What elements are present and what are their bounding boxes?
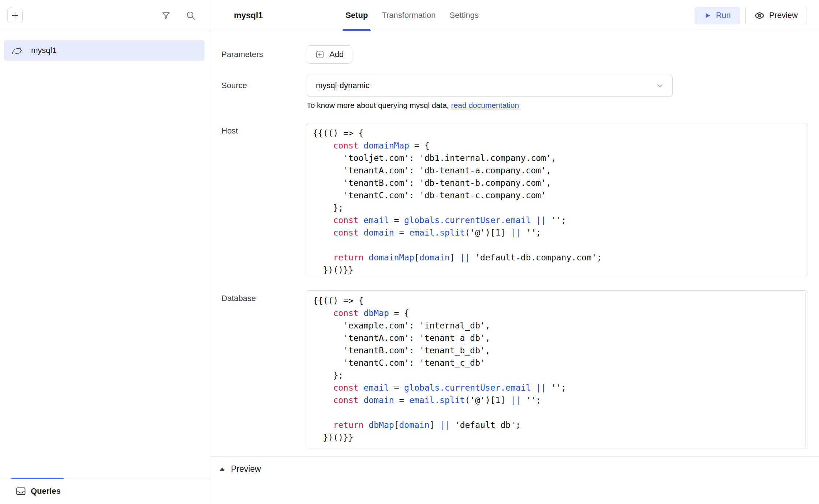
preview-section-header[interactable]: Preview [209, 457, 819, 474]
run-button[interactable]: Run [695, 7, 740, 24]
host-code-editor[interactable]: {{(() => { const domainMap = { 'tooljet.… [307, 123, 808, 276]
queries-panel-toggle[interactable]: Queries [16, 486, 61, 496]
preview-button[interactable]: Preview [745, 7, 807, 24]
source-help-text: To know more about querying mysql data, … [307, 101, 808, 110]
queries-icon [16, 487, 26, 495]
run-button-label: Run [716, 11, 730, 20]
queries-toggle-label: Queries [31, 486, 61, 496]
scrollbar[interactable] [805, 292, 806, 447]
query-editor-header: mysql1 Setup Transformation Settings Run [209, 0, 819, 31]
app-root: mysql1 Queries mysql1 Setup Transformati… [0, 0, 819, 504]
tab-settings[interactable]: Settings [447, 0, 482, 31]
query-sidebar: mysql1 Queries [0, 0, 209, 504]
query-list: mysql1 [0, 31, 209, 478]
database-row: Database {{(() => { const dbMap = { 'exa… [221, 290, 808, 448]
filter-button[interactable] [161, 11, 171, 20]
host-label: Host [221, 123, 307, 276]
queries-tab-active-indicator [11, 478, 64, 479]
search-icon [186, 10, 196, 20]
eye-icon [755, 12, 764, 19]
editor-tabs: Setup Transformation Settings [343, 0, 482, 31]
sidebar-header [0, 0, 209, 31]
add-query-button[interactable] [7, 8, 23, 23]
database-code-editor[interactable]: {{(() => { const dbMap = { 'example.com'… [307, 290, 808, 448]
query-item-label: mysql1 [31, 46, 57, 55]
read-documentation-link[interactable]: read documentation [451, 101, 519, 109]
parameters-label: Parameters [221, 45, 307, 64]
source-row: Source mysql-dynamic To know more about … [221, 75, 808, 110]
query-list-item-mysql1[interactable]: mysql1 [4, 40, 205, 61]
play-icon [704, 12, 711, 19]
filter-icon [161, 11, 171, 20]
database-label: Database [221, 290, 307, 448]
source-help-prefix: To know more about querying mysql data, [307, 101, 451, 109]
preview-button-label: Preview [769, 11, 798, 20]
header-actions: Run Preview [695, 7, 807, 24]
plus-icon [11, 11, 19, 20]
add-parameter-button[interactable]: Add [307, 45, 352, 64]
chevron-down-icon [655, 81, 664, 90]
sidebar-footer: Queries [0, 478, 209, 504]
tab-transformation[interactable]: Transformation [379, 0, 438, 31]
parameters-row: Parameters Add [221, 45, 808, 64]
collapse-triangle-icon [219, 467, 225, 471]
search-button[interactable] [186, 10, 196, 20]
host-row: Host {{(() => { const domainMap = { 'too… [221, 123, 808, 276]
mysql-icon [11, 46, 22, 55]
query-editor-panel: mysql1 Setup Transformation Settings Run [209, 0, 819, 504]
plus-square-icon [315, 50, 325, 59]
source-label: Source [221, 75, 307, 110]
source-select-value: mysql-dynamic [316, 81, 370, 90]
setup-form: Parameters Add Source mysql-dynamic [209, 31, 819, 448]
add-parameter-label: Add [329, 50, 344, 59]
source-select[interactable]: mysql-dynamic [307, 75, 673, 97]
query-title: mysql1 [234, 11, 263, 20]
tab-setup[interactable]: Setup [343, 0, 371, 31]
preview-section-label: Preview [231, 464, 261, 474]
